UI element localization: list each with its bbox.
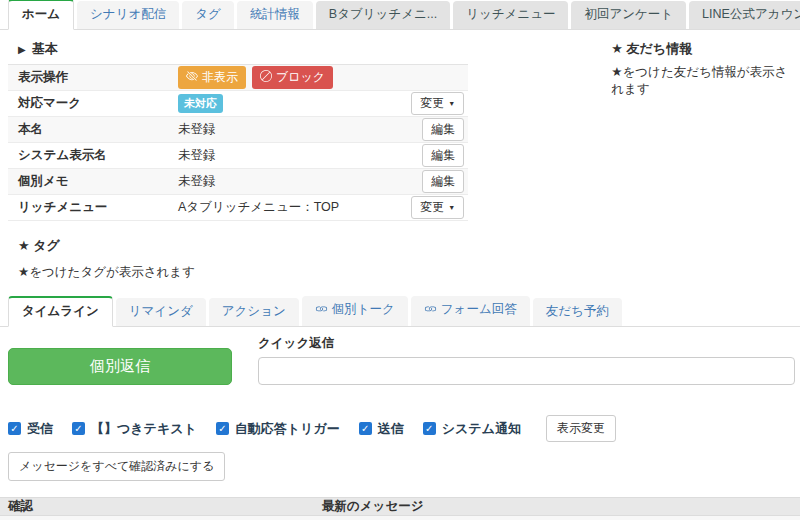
message-table-header: 確認 最新のメッセージ: [0, 497, 800, 516]
tab-line-official-account[interactable]: LINE公式アカウン...: [689, 1, 800, 29]
friend-info-panel: ★ 友だち情報 ★をつけた友だち情報が表示されます: [611, 36, 792, 98]
column-header-confirm: 確認: [8, 498, 322, 515]
tab-action[interactable]: アクション: [209, 298, 299, 326]
tab-first-survey[interactable]: 初回アンケート: [571, 1, 686, 29]
loading-row: 読み込み中...: [0, 516, 800, 520]
tab-scenario-delivery[interactable]: シナリオ配信: [77, 1, 179, 29]
display-change-button[interactable]: 表示変更: [546, 415, 616, 442]
row-label: 対応マーク: [18, 95, 178, 112]
tag-section-title: ★ タグ: [18, 237, 792, 255]
link-icon: [424, 302, 437, 320]
checkbox-bracket-text[interactable]: ✓ 【】つきテキスト: [72, 420, 197, 438]
triangle-right-icon: ▶: [18, 44, 26, 55]
table-row-display-ops: 表示操作 非表示 ブロック: [8, 65, 468, 91]
status-badge: 未対応: [178, 94, 223, 113]
ban-icon: [260, 70, 272, 85]
quick-reply-label: クイック返信: [258, 335, 795, 352]
checked-checkbox-icon: ✓: [423, 422, 436, 435]
block-button[interactable]: ブロック: [252, 66, 333, 89]
timeline-tab-bar: タイムライン リマインダ アクション 個別トーク フォーム回答 友だち予約: [0, 297, 800, 327]
row-label: リッチメニュー: [18, 199, 178, 216]
checkbox-auto-response-trigger[interactable]: ✓ 自動応答トリガー: [216, 420, 340, 438]
checkbox-sent[interactable]: ✓ 送信: [359, 420, 404, 438]
tab-home[interactable]: ホーム: [8, 0, 74, 30]
tab-individual-talk[interactable]: 個別トーク: [302, 296, 408, 326]
table-row-memo: 個別メモ 未登録 編集: [8, 169, 468, 195]
individual-reply-button[interactable]: 個別返信: [8, 348, 232, 385]
row-value: 未登録: [178, 121, 216, 138]
checked-checkbox-icon: ✓: [72, 422, 85, 435]
basic-section-title: ▶基本: [8, 36, 468, 65]
eye-slash-icon: [186, 70, 198, 85]
tab-b-rich-menu[interactable]: Bタブリッチメニ...: [316, 1, 450, 29]
row-value: 未登録: [178, 173, 216, 190]
caret-down-icon: ▼: [448, 204, 455, 211]
table-row-real-name: 本名 未登録 編集: [8, 117, 468, 143]
message-table: 確認 最新のメッセージ 読み込み中...: [0, 497, 800, 520]
quick-reply-input[interactable]: [258, 357, 795, 385]
tag-section: ★ タグ ★をつけたタグが表示されます: [8, 237, 792, 281]
row-label: 表示操作: [18, 69, 178, 86]
row-value: Aタブリッチメニュー：TOP: [178, 199, 339, 216]
caret-down-icon: ▼: [448, 100, 455, 107]
tab-form-answers[interactable]: フォーム回答: [411, 296, 530, 326]
checkbox-system-notice[interactable]: ✓ システム通知: [423, 420, 521, 438]
message-filters: ✓ 受信 ✓ 【】つきテキスト ✓ 自動応答トリガー ✓ 送信 ✓ システム通知…: [0, 415, 800, 442]
tag-section-description: ★をつけたタグが表示されます: [18, 264, 792, 281]
friend-info-description: ★をつけた友だち情報が表示されます: [611, 64, 792, 98]
checked-checkbox-icon: ✓: [8, 422, 21, 435]
basic-area: ▶基本 表示操作 非表示 ブロック 対応マーク: [8, 36, 792, 221]
main-tab-bar: ホーム シナリオ配信 タグ 統計情報 Bタブリッチメニ... リッチメニュー 初…: [0, 0, 800, 30]
basic-section: ▶基本 表示操作 非表示 ブロック 対応マーク: [8, 36, 468, 221]
table-row-system-name: システム表示名 未登録 編集: [8, 143, 468, 169]
change-mark-button[interactable]: 変更 ▼: [411, 92, 464, 115]
column-header-latest-message: 最新のメッセージ: [322, 498, 423, 515]
table-row-support-mark: 対応マーク 未対応 変更 ▼: [8, 91, 468, 117]
checked-checkbox-icon: ✓: [216, 422, 229, 435]
table-row-rich-menu: リッチメニュー Aタブリッチメニュー：TOP 変更 ▼: [8, 195, 468, 221]
row-label: システム表示名: [18, 147, 178, 164]
tab-friend-reservation[interactable]: 友だち予約: [533, 298, 622, 326]
checkbox-received[interactable]: ✓ 受信: [8, 420, 53, 438]
row-label: 本名: [18, 121, 178, 138]
reply-area: 個別返信 クイック返信: [0, 327, 800, 385]
checked-checkbox-icon: ✓: [359, 422, 372, 435]
edit-memo-button[interactable]: 編集: [422, 170, 464, 193]
tab-timeline[interactable]: タイムライン: [8, 296, 113, 327]
link-icon: [315, 302, 328, 320]
tab-reminder[interactable]: リマインダ: [116, 298, 206, 326]
change-rich-menu-button[interactable]: 変更 ▼: [411, 196, 464, 219]
tab-tags[interactable]: タグ: [182, 1, 234, 29]
hide-button[interactable]: 非表示: [178, 66, 246, 89]
tab-statistics[interactable]: 統計情報: [237, 1, 313, 29]
edit-real-name-button[interactable]: 編集: [422, 118, 464, 141]
row-label: 個別メモ: [18, 173, 178, 190]
friend-info-title: ★ 友だち情報: [611, 40, 792, 58]
tab-rich-menu[interactable]: リッチメニュー: [453, 1, 568, 29]
edit-system-name-button[interactable]: 編集: [422, 144, 464, 167]
mark-all-read-button[interactable]: メッセージをすべて確認済みにする: [8, 452, 225, 481]
row-value: 未登録: [178, 147, 216, 164]
